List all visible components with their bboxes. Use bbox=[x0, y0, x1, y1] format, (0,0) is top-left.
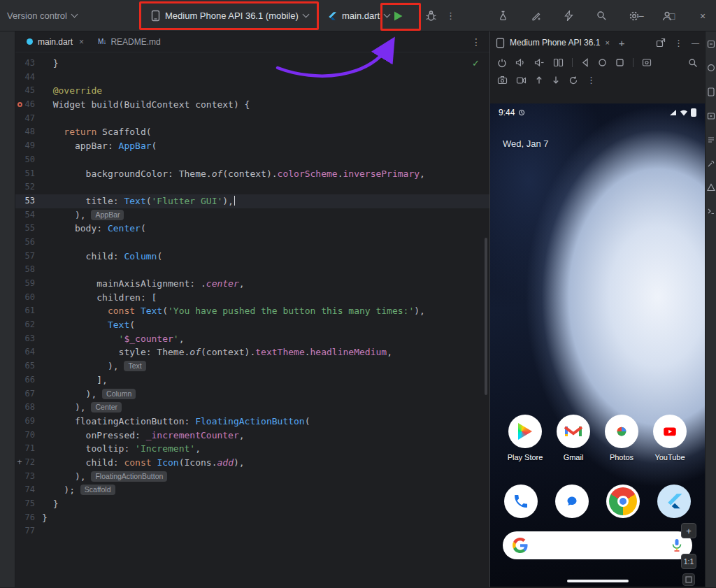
editor-scrollbar[interactable] bbox=[485, 238, 487, 395]
code-line[interactable]: +72 child: const Icon(Icons.add), bbox=[15, 456, 489, 470]
android-home-icon[interactable] bbox=[598, 58, 607, 67]
open-in-window-icon[interactable] bbox=[656, 38, 666, 48]
google-search-bar[interactable] bbox=[503, 531, 692, 559]
line-number[interactable]: 72 bbox=[24, 456, 42, 470]
code-line[interactable]: 46 Widget build(BuildContext context) { bbox=[15, 98, 489, 112]
line-number[interactable]: 76 bbox=[24, 511, 42, 525]
code-line[interactable]: 51 backgroundColor: Theme.of(context).co… bbox=[15, 167, 489, 181]
home-indicator[interactable] bbox=[567, 580, 629, 582]
code-line[interactable]: 74 ); Scaffold bbox=[15, 483, 489, 497]
tab-main-dart[interactable]: main.dart × bbox=[20, 31, 91, 52]
notifications-icon[interactable] bbox=[707, 40, 715, 48]
line-number[interactable]: 60 bbox=[24, 291, 42, 305]
run-button[interactable] bbox=[392, 0, 404, 31]
code-line[interactable]: 65 ), Text bbox=[15, 359, 489, 373]
device-tab-title[interactable]: Medium Phone API 36.1 bbox=[510, 38, 600, 48]
line-number[interactable]: 55 bbox=[24, 222, 42, 236]
panel-more-icon[interactable]: ⋮ bbox=[674, 38, 683, 48]
code-line[interactable]: 56 bbox=[15, 236, 489, 250]
line-number[interactable]: 53 bbox=[24, 194, 42, 208]
android-back-icon[interactable] bbox=[581, 58, 589, 67]
fit-screen-button[interactable] bbox=[682, 573, 695, 586]
maximize-button[interactable]: □ bbox=[663, 10, 681, 22]
search-icon[interactable] bbox=[592, 7, 610, 25]
code-line[interactable]: 49 appBar: AppBar( bbox=[15, 139, 489, 153]
code-line[interactable]: 75 } bbox=[15, 497, 489, 511]
close-button[interactable]: × bbox=[694, 10, 712, 22]
line-number[interactable]: 57 bbox=[24, 250, 42, 264]
inlay-hint[interactable]: FloatingActionButton bbox=[91, 471, 167, 482]
device-selector[interactable]: Medium Phone API 36.1 (mobile) bbox=[151, 0, 308, 31]
code-line[interactable]: 48 return Scaffold( bbox=[15, 125, 489, 139]
device-manager-icon[interactable] bbox=[707, 87, 715, 96]
app-youtube[interactable]: YouTube bbox=[649, 415, 691, 461]
power-button-icon[interactable] bbox=[497, 58, 507, 68]
override-gutter-icon[interactable] bbox=[17, 102, 22, 107]
code-line[interactable]: 66 ], bbox=[15, 373, 489, 387]
code-line[interactable]: 67 ), Column bbox=[15, 387, 489, 401]
volume-down-icon[interactable] bbox=[534, 58, 545, 67]
download-icon[interactable] bbox=[552, 76, 560, 85]
device-tab-close-icon[interactable]: × bbox=[605, 38, 609, 47]
code-line[interactable]: 73 ), FloatingActionButton bbox=[15, 470, 489, 484]
inlay-hint[interactable]: Center bbox=[91, 402, 122, 413]
emulator-screen[interactable]: 9:44 Wed, Jan 7 Play Store bbox=[490, 103, 705, 587]
zoom-screen-icon[interactable] bbox=[688, 58, 698, 68]
messages-app-icon[interactable] bbox=[555, 485, 589, 518]
tab-readme-md[interactable]: M↓ README.md bbox=[91, 31, 168, 52]
screen-record-icon[interactable] bbox=[516, 76, 527, 85]
snapshot-icon[interactable] bbox=[642, 58, 652, 67]
line-number[interactable]: 67 bbox=[24, 387, 42, 401]
inlay-hint[interactable]: Text bbox=[124, 361, 145, 371]
vcs-widget[interactable]: Version control bbox=[7, 0, 77, 31]
line-number[interactable]: 49 bbox=[24, 139, 42, 153]
android-recents-icon[interactable] bbox=[615, 58, 624, 67]
code-line[interactable]: 47 bbox=[15, 112, 489, 126]
line-number[interactable]: 58 bbox=[24, 263, 42, 277]
inspections-ok-icon[interactable]: ✓ bbox=[472, 58, 480, 69]
line-number[interactable]: 61 bbox=[24, 304, 42, 318]
code-line[interactable]: 63 '$_counter', bbox=[15, 332, 489, 346]
line-number[interactable]: 62 bbox=[24, 318, 42, 332]
line-number[interactable]: 56 bbox=[24, 236, 42, 250]
build-icon[interactable] bbox=[707, 159, 715, 168]
line-number[interactable]: 45 bbox=[24, 84, 42, 98]
line-number[interactable]: 51 bbox=[24, 167, 42, 181]
fold-device-icon[interactable] bbox=[553, 58, 564, 67]
ai-assistant-icon[interactable] bbox=[527, 7, 545, 25]
chrome-app-icon[interactable] bbox=[606, 485, 640, 518]
logcat-icon[interactable] bbox=[707, 136, 715, 144]
code-line[interactable]: 44 bbox=[15, 71, 489, 85]
upload-icon[interactable] bbox=[535, 76, 543, 85]
hide-panel-icon[interactable]: — bbox=[692, 38, 699, 47]
line-number[interactable]: 64 bbox=[24, 345, 42, 359]
code-line[interactable]: 61 const Text('You have pushed the butto… bbox=[15, 304, 489, 318]
line-number[interactable]: 50 bbox=[24, 153, 42, 167]
line-number[interactable]: 74 bbox=[24, 483, 42, 497]
code-line[interactable]: 57 child: Column( bbox=[15, 250, 489, 264]
code-line[interactable]: 70 onPressed: _incrementCounter, bbox=[15, 429, 489, 443]
app-photos[interactable]: Photos bbox=[601, 415, 643, 461]
new-device-tab-icon[interactable]: + bbox=[619, 37, 625, 49]
code-editor[interactable]: 43 }4445 @override46 Widget build(BuildC… bbox=[15, 52, 489, 587]
code-line[interactable]: 52 bbox=[15, 180, 489, 194]
run-config-selector[interactable]: main.dart bbox=[327, 0, 389, 31]
code-line[interactable]: 54 ), AppBar bbox=[15, 208, 489, 222]
line-number[interactable]: 73 bbox=[24, 470, 42, 484]
code-line[interactable]: 77 bbox=[15, 524, 489, 538]
line-number[interactable]: 70 bbox=[24, 429, 42, 443]
line-number[interactable]: 43 bbox=[24, 57, 42, 71]
line-number[interactable]: 65 bbox=[24, 359, 42, 373]
line-number[interactable]: 59 bbox=[24, 277, 42, 291]
flutter-app-icon[interactable] bbox=[657, 485, 691, 518]
inlay-hint[interactable]: Column bbox=[102, 389, 136, 399]
line-number[interactable]: 63 bbox=[24, 332, 42, 346]
restart-icon[interactable] bbox=[568, 76, 578, 85]
structure-icon[interactable] bbox=[707, 64, 715, 72]
zoom-level-label[interactable]: 1:1 bbox=[681, 554, 696, 569]
code-line[interactable]: 59 mainAxisAlignment: .center, bbox=[15, 277, 489, 291]
phone-app-icon[interactable] bbox=[504, 485, 538, 518]
inlay-hint[interactable]: Scaffold bbox=[80, 485, 115, 495]
gutter-plus-icon[interactable]: + bbox=[17, 457, 22, 467]
code-line[interactable]: 45 @override bbox=[15, 84, 489, 98]
